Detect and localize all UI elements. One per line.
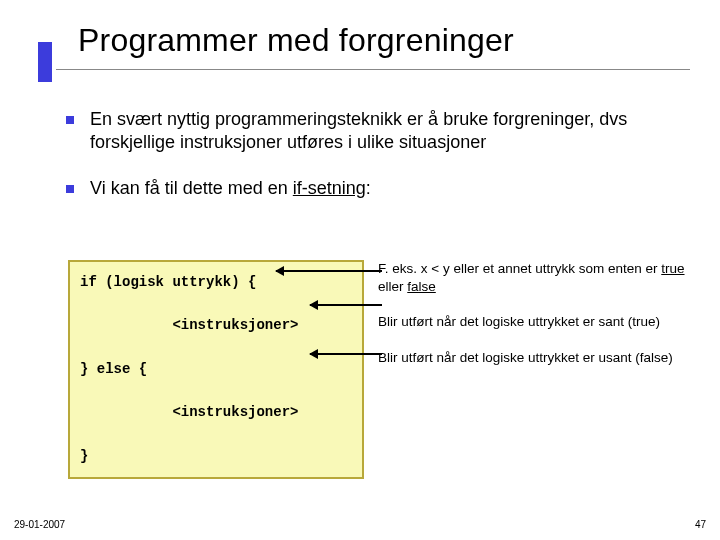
annotation-text: F. eks. x < y eller et annet uttrykk som… xyxy=(378,261,661,276)
arrow-icon xyxy=(310,304,382,306)
bullet-square-icon xyxy=(66,116,74,124)
title-underline xyxy=(56,69,690,70)
slide-title: Programmer med forgreninger xyxy=(78,22,690,59)
bullet-text: En svært nyttig programmeringsteknikk er… xyxy=(90,108,684,155)
bullet-square-icon xyxy=(66,185,74,193)
footer-date: 29-01-2007 xyxy=(14,519,65,530)
bullet-text-pre: Vi kan få til dette med en xyxy=(90,178,293,198)
footer-page-number: 47 xyxy=(695,519,706,530)
annotation-text: eller xyxy=(378,279,407,294)
annotation-3: Blir utført når det logiske uttrykket er… xyxy=(378,349,690,367)
annotation-2: Blir utført når det logiske uttrykket er… xyxy=(378,313,690,331)
title-accent-bar xyxy=(38,42,52,82)
title-area: Programmer med forgreninger xyxy=(38,22,690,70)
lower-row: if (logisk uttrykk) { <instruksjoner> } … xyxy=(68,260,690,479)
arrow-icon xyxy=(310,353,382,355)
annotations-column: F. eks. x < y eller et annet uttrykk som… xyxy=(378,260,690,384)
annotation-underlined: true xyxy=(661,261,684,276)
annotation-1: F. eks. x < y eller et annet uttrykk som… xyxy=(378,260,690,296)
bullet-text-post: : xyxy=(366,178,371,198)
annotation-underlined: false xyxy=(407,279,436,294)
bullet-text-underlined: if-setning xyxy=(293,178,366,198)
bullet-text: Vi kan få til dette med en if-setning: xyxy=(90,177,371,200)
bullet-list: En svært nyttig programmeringsteknikk er… xyxy=(66,108,684,222)
bullet-item: Vi kan få til dette med en if-setning: xyxy=(66,177,684,200)
code-box: if (logisk uttrykk) { <instruksjoner> } … xyxy=(68,260,364,479)
bullet-item: En svært nyttig programmeringsteknikk er… xyxy=(66,108,684,155)
arrow-icon xyxy=(276,270,382,272)
